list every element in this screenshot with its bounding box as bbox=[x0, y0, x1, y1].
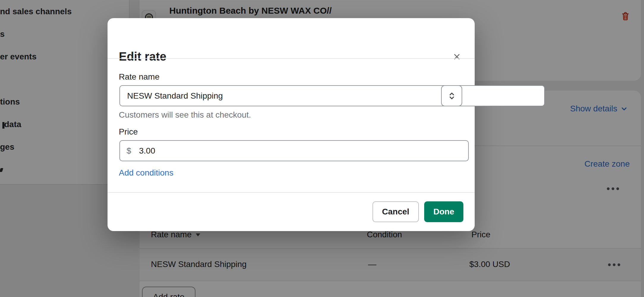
cancel-button[interactable]: Cancel bbox=[372, 201, 419, 222]
select-caret-icon bbox=[448, 91, 456, 101]
rate-name-input[interactable] bbox=[119, 85, 545, 106]
done-button[interactable]: Done bbox=[424, 201, 463, 222]
price-field: $ bbox=[119, 140, 469, 161]
price-label: Price bbox=[119, 126, 138, 138]
rate-name-label: Rate name bbox=[119, 71, 160, 83]
modal-close-button[interactable] bbox=[451, 51, 463, 63]
modal-title: Edit rate bbox=[119, 49, 166, 64]
modal-footer-divider bbox=[108, 192, 475, 193]
edit-rate-modal: Edit rate Rate name Customers will see t… bbox=[108, 18, 475, 231]
currency-symbol: $ bbox=[127, 145, 131, 157]
rate-name-stepper-button[interactable] bbox=[441, 85, 462, 106]
add-conditions-link[interactable]: Add conditions bbox=[119, 167, 173, 179]
close-icon bbox=[453, 53, 460, 60]
rate-name-help-text: Customers will see this at checkout. bbox=[119, 109, 251, 121]
modal-header-divider bbox=[108, 58, 475, 59]
shopify-settings-page: nd sales channels s er events tions data… bbox=[0, 0, 644, 297]
price-input[interactable] bbox=[119, 140, 469, 161]
